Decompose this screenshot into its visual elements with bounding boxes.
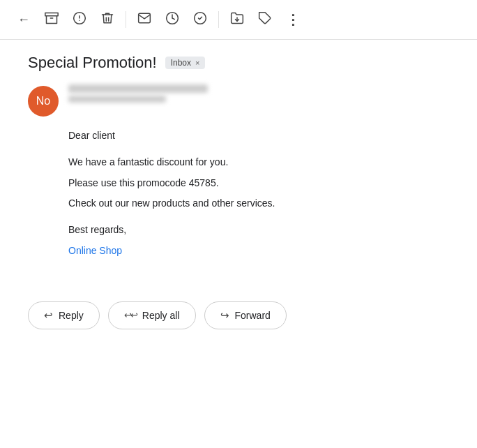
label-icon (258, 11, 272, 29)
subject-line: Special Promotion! Inbox × (28, 54, 449, 72)
inbox-badge-label: Inbox (171, 58, 191, 68)
avatar: No (28, 86, 59, 117)
inbox-badge-close[interactable]: × (195, 59, 199, 67)
email-body: Dear client We have a fantastic discount… (28, 128, 449, 260)
forward-label: Forward (235, 310, 271, 321)
inbox-badge: Inbox × (165, 57, 206, 69)
action-bar: ↩ Reply ↩↩ Reply all ↪ Forward (0, 285, 477, 346)
email-line3: Check out our new products and other ser… (68, 195, 449, 212)
mark-unread-icon (137, 11, 151, 29)
divider-2 (218, 11, 219, 28)
toolbar: ← (0, 0, 477, 40)
email-subject: Special Promotion! (28, 54, 157, 72)
delete-icon (100, 11, 114, 29)
more-icon: ⋮ (286, 13, 301, 27)
email-line3-text: Check out our new products and other ser… (68, 197, 275, 209)
reply-all-button[interactable]: ↩↩ Reply all (108, 301, 196, 329)
reply-icon: ↩ (44, 309, 53, 322)
mark-done-button[interactable] (188, 7, 213, 32)
report-icon (73, 11, 86, 29)
report-button[interactable] (67, 7, 92, 32)
sender-email (68, 96, 166, 103)
email-signature: Best regards, Online Shop (68, 222, 449, 260)
move-to-icon (230, 11, 244, 29)
sender-row: No (28, 84, 449, 117)
back-icon: ← (17, 13, 30, 27)
back-button[interactable]: ← (11, 7, 36, 32)
reply-all-label: Reply all (142, 310, 180, 321)
email-content: We have a fantastic discount for you. Pl… (68, 154, 449, 212)
email-regards: Best regards, (68, 222, 449, 239)
snooze-icon (165, 11, 179, 29)
delete-button[interactable] (95, 7, 120, 32)
reply-button[interactable]: ↩ Reply (28, 301, 100, 329)
sender-name (68, 84, 208, 93)
move-to-button[interactable] (225, 7, 250, 32)
snooze-button[interactable] (160, 7, 185, 32)
email-container: Special Promotion! Inbox × No Dear clien… (0, 40, 477, 278)
sender-details (68, 84, 208, 103)
email-shop-name: Online Shop (68, 243, 449, 260)
mark-unread-button[interactable] (132, 7, 157, 32)
more-button[interactable]: ⋮ (280, 7, 305, 32)
svg-rect-0 (45, 13, 58, 16)
archive-button[interactable] (39, 7, 64, 32)
reply-all-icon: ↩↩ (124, 310, 137, 320)
reply-label: Reply (59, 310, 84, 321)
archive-icon (45, 11, 59, 28)
forward-button[interactable]: ↪ Forward (204, 301, 287, 329)
mark-done-icon (193, 11, 207, 29)
forward-icon: ↪ (220, 309, 229, 322)
email-salutation: Dear client (68, 128, 449, 144)
email-line2: Please use this promocode 45785. (68, 175, 449, 192)
label-button[interactable] (252, 7, 278, 32)
email-line1: We have a fantastic discount for you. (68, 154, 449, 171)
divider-1 (126, 11, 126, 28)
